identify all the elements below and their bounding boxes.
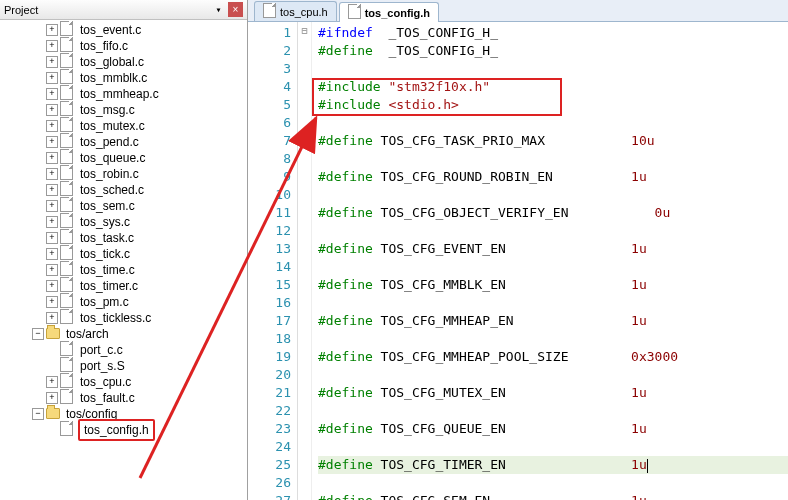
file-icon [60, 277, 73, 292]
code-line[interactable]: #ifndef _TOS_CONFIG_H_ [318, 24, 788, 42]
code-editor[interactable]: 1234567891011121314151617181920212223242… [248, 22, 788, 500]
code-line[interactable]: #define TOS_CFG_ROUND_ROBIN_EN 1u [318, 168, 788, 186]
tree-file[interactable]: tos_config.h [0, 422, 247, 438]
tree-file[interactable]: +tos_tickless.c [0, 310, 247, 326]
expand-icon[interactable]: + [46, 168, 58, 180]
expand-icon[interactable]: + [46, 376, 58, 388]
tree-file[interactable]: +tos_fault.c [0, 390, 247, 406]
tree-file[interactable]: +tos_mutex.c [0, 118, 247, 134]
code-line[interactable] [318, 150, 788, 168]
close-icon[interactable]: × [228, 2, 243, 17]
code-token: 1u [631, 169, 647, 184]
tree-file[interactable]: +tos_time.c [0, 262, 247, 278]
tree-file[interactable]: port_s.S [0, 358, 247, 374]
expand-icon[interactable]: + [46, 200, 58, 212]
code-line[interactable] [318, 294, 788, 312]
code-line[interactable]: #define TOS_CFG_SEM_EN 1u [318, 492, 788, 500]
code-line[interactable]: #include <stdio.h> [318, 96, 788, 114]
code-line[interactable] [318, 366, 788, 384]
code-line[interactable] [318, 258, 788, 276]
code-token: TOS_CFG_TIMER_EN [373, 457, 631, 472]
pin-icon[interactable]: ▾ [211, 2, 226, 17]
expand-icon[interactable]: + [46, 104, 58, 116]
tree-file[interactable]: +tos_queue.c [0, 150, 247, 166]
expand-icon[interactable]: + [46, 72, 58, 84]
fold-column: ⊟ [298, 22, 312, 500]
tree-file[interactable]: +tos_cpu.c [0, 374, 247, 390]
code-line[interactable]: #define TOS_CFG_MMHEAP_EN 1u [318, 312, 788, 330]
code-line[interactable]: #define TOS_CFG_MUTEX_EN 1u [318, 384, 788, 402]
collapse-icon[interactable]: − [32, 328, 44, 340]
code-line[interactable] [318, 114, 788, 132]
expand-icon[interactable]: + [46, 24, 58, 36]
expand-icon[interactable]: + [46, 264, 58, 276]
expand-icon[interactable]: + [46, 40, 58, 52]
tree-file[interactable]: +tos_tick.c [0, 246, 247, 262]
tree-file[interactable]: +tos_timer.c [0, 278, 247, 294]
editor-tab[interactable]: tos_config.h [339, 2, 439, 22]
tree-file[interactable]: +tos_global.c [0, 54, 247, 70]
code-line[interactable]: #define TOS_CFG_QUEUE_EN 1u [318, 420, 788, 438]
code-token: TOS_CFG_MMHEAP_EN [373, 313, 631, 328]
line-number: 3 [248, 60, 291, 78]
code-token: TOS_CFG_EVENT_EN [373, 241, 631, 256]
code-line[interactable] [318, 474, 788, 492]
expand-icon[interactable]: + [46, 280, 58, 292]
code-line[interactable]: #define TOS_CFG_OBJECT_VERIFY_EN 0u [318, 204, 788, 222]
code-line[interactable]: #define TOS_CFG_EVENT_EN 1u [318, 240, 788, 258]
expand-icon[interactable]: + [46, 88, 58, 100]
expand-icon[interactable]: + [46, 184, 58, 196]
code-line[interactable]: #define TOS_CFG_MMHEAP_POOL_SIZE 0x3000 [318, 348, 788, 366]
expand-icon[interactable]: + [46, 56, 58, 68]
expand-icon[interactable]: + [46, 232, 58, 244]
code-token: #define [318, 313, 373, 328]
tree-file[interactable]: +tos_fifo.c [0, 38, 247, 54]
tree-folder[interactable]: −tos/arch [0, 326, 247, 342]
editor-tab[interactable]: tos_cpu.h [254, 1, 337, 21]
expand-icon[interactable]: + [46, 392, 58, 404]
tree-item-label: tos_msg.c [78, 102, 137, 118]
expand-icon[interactable]: + [46, 312, 58, 324]
code-line[interactable]: #define _TOS_CONFIG_H_ [318, 42, 788, 60]
expand-icon[interactable]: + [46, 296, 58, 308]
tree-file[interactable]: port_c.c [0, 342, 247, 358]
fold-toggle-icon[interactable]: ⊟ [298, 22, 311, 40]
code-line[interactable] [318, 402, 788, 420]
code-body[interactable]: #ifndef _TOS_CONFIG_H_#define _TOS_CONFI… [312, 22, 788, 500]
file-icon [60, 165, 73, 180]
expand-icon[interactable]: + [46, 152, 58, 164]
expand-icon[interactable]: + [46, 120, 58, 132]
collapse-icon[interactable]: − [32, 408, 44, 420]
code-token: #define [318, 457, 373, 472]
tree-item-label: tos_sys.c [78, 214, 132, 230]
tree-file[interactable]: +tos_msg.c [0, 102, 247, 118]
tree-file[interactable]: +tos_event.c [0, 22, 247, 38]
code-line[interactable] [318, 222, 788, 240]
code-line[interactable]: #define TOS_CFG_MMBLK_EN 1u [318, 276, 788, 294]
tree-file[interactable]: +tos_pend.c [0, 134, 247, 150]
tree-file[interactable]: +tos_pm.c [0, 294, 247, 310]
code-line[interactable]: #define TOS_CFG_TASK_PRIO_MAX 10u [318, 132, 788, 150]
expand-icon[interactable]: + [46, 216, 58, 228]
expand-icon[interactable]: + [46, 248, 58, 260]
tree-file[interactable]: +tos_task.c [0, 230, 247, 246]
tree-file[interactable]: +tos_sched.c [0, 182, 247, 198]
code-line[interactable] [318, 330, 788, 348]
tree-file[interactable]: +tos_mmheap.c [0, 86, 247, 102]
file-icon [60, 149, 73, 164]
code-token: "stm32f10x.h" [388, 79, 490, 94]
tree-file[interactable]: +tos_sem.c [0, 198, 247, 214]
expand-icon[interactable]: + [46, 136, 58, 148]
fold-spacer [298, 490, 311, 500]
tree-file[interactable]: +tos_mmblk.c [0, 70, 247, 86]
fold-spacer [298, 58, 311, 76]
fold-spacer [298, 274, 311, 292]
tree-file[interactable]: +tos_robin.c [0, 166, 247, 182]
code-line[interactable]: #include "stm32f10x.h" [318, 78, 788, 96]
code-line[interactable] [318, 186, 788, 204]
code-line[interactable] [318, 60, 788, 78]
code-line[interactable]: #define TOS_CFG_TIMER_EN 1u [318, 456, 788, 474]
code-line[interactable] [318, 438, 788, 456]
project-tree[interactable]: +tos_event.c+tos_fifo.c+tos_global.c+tos… [0, 20, 247, 500]
tree-file[interactable]: +tos_sys.c [0, 214, 247, 230]
